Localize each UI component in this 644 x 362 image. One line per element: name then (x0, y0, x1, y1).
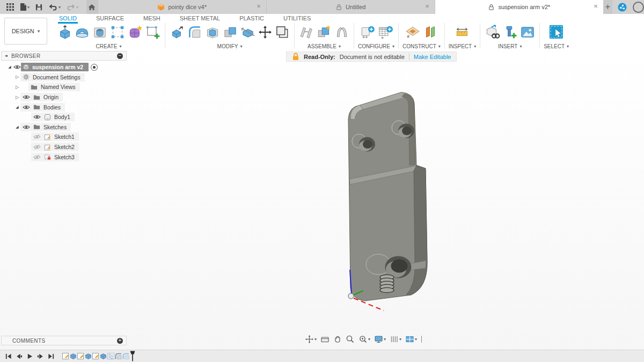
pan-button[interactable] (332, 335, 343, 344)
comments-panel-header[interactable]: COMMENTS + (1, 336, 127, 345)
timeline-marker[interactable] (130, 351, 135, 361)
eye-off-icon[interactable] (33, 154, 41, 160)
coil-feature (380, 275, 394, 292)
make-editable-link[interactable]: Make Editable (414, 54, 451, 60)
step-forward-icon[interactable] (37, 353, 44, 360)
add-comment-icon[interactable]: + (117, 338, 123, 344)
document-tab-untitled[interactable]: Untitled × (266, 0, 435, 14)
eye-icon[interactable] (22, 105, 30, 110)
new-tab-button[interactable]: + (603, 0, 612, 14)
rectangular-pattern-icon[interactable] (109, 24, 126, 40)
timeline-coil-icon[interactable] (107, 352, 114, 360)
eye-icon[interactable] (33, 114, 41, 120)
new-component-icon[interactable] (316, 24, 332, 40)
tree-row-sketch3[interactable]: Sketch3 (1, 152, 127, 162)
timeline-extrude-icon[interactable] (100, 352, 107, 360)
expand-open-icon[interactable]: ◢ (6, 65, 13, 69)
tree-row-document-settings[interactable]: ▷ Document Settings (1, 72, 127, 83)
insert-fastener-icon[interactable] (502, 24, 518, 40)
document-tab-pointy-dice[interactable]: pointy dice v4* × (98, 0, 266, 14)
derive-icon[interactable] (484, 24, 500, 40)
tree-item-label: Named Views (41, 84, 76, 90)
go-to-end-icon[interactable] (48, 353, 55, 360)
as-built-joint-icon[interactable] (334, 24, 350, 40)
hole-icon[interactable] (92, 24, 108, 40)
measure-icon[interactable] (454, 24, 470, 40)
align-icon[interactable] (274, 24, 290, 40)
viewports-button[interactable]: ▾ (404, 335, 418, 344)
selected-component[interactable]: suspension arm v2 (21, 63, 89, 71)
home-button[interactable] (86, 0, 98, 14)
timeline-sketch-icon[interactable] (77, 352, 84, 360)
timeline-extrude-icon[interactable] (70, 352, 77, 360)
go-to-start-icon[interactable] (5, 353, 12, 360)
user-avatar[interactable] (633, 2, 644, 13)
tree-row-named-views[interactable]: ▷ Named Views (1, 82, 127, 92)
expand-closed-icon[interactable]: ▷ (14, 85, 20, 90)
eye-icon[interactable] (22, 124, 30, 130)
shell-icon[interactable] (204, 24, 221, 40)
timeline-sketch-icon[interactable] (92, 352, 99, 360)
tree-row-bodies[interactable]: ◢ Bodies (1, 102, 127, 112)
insert-image-icon[interactable] (519, 24, 536, 40)
save-button[interactable] (32, 0, 46, 14)
collapse-panel-icon[interactable]: ◂◂ (5, 54, 6, 58)
move-copy-icon[interactable] (258, 25, 273, 40)
expand-closed-icon[interactable]: ▷ (14, 75, 20, 79)
expand-open-icon[interactable]: ◢ (14, 105, 20, 109)
eye-icon[interactable] (13, 64, 21, 70)
activate-component-radio[interactable] (91, 64, 98, 71)
timeline-extrude-icon[interactable] (85, 352, 92, 360)
play-icon[interactable] (26, 353, 33, 360)
document-tab-suspension-arm[interactable]: suspension arm v2* × (435, 0, 603, 14)
tree-row-sketches[interactable]: ◢ Sketches (1, 122, 127, 132)
fusion-jobs-button[interactable] (618, 3, 627, 12)
eye-off-icon[interactable] (33, 144, 41, 150)
workspace-switcher[interactable]: DESIGN ▾ (4, 18, 47, 45)
extrude-icon[interactable] (56, 24, 72, 40)
timeline-fillet-icon[interactable] (115, 352, 122, 360)
browser-panel-header[interactable]: ◂◂ BROWSER − (1, 51, 127, 61)
tree-row-component-root[interactable]: ◢ suspension arm v2 (1, 62, 127, 72)
redo-button[interactable]: ▾ (63, 0, 81, 14)
tree-row-origin[interactable]: ▷ Origin (1, 92, 127, 102)
tree-row-sketch2[interactable]: Sketch2 (1, 142, 127, 152)
fillet-icon[interactable] (187, 24, 203, 40)
app-grid-button[interactable] (4, 0, 17, 14)
offset-plane-icon[interactable] (422, 24, 438, 40)
file-menu-button[interactable]: ▾ (17, 0, 32, 14)
tree-row-sketch1[interactable]: Sketch1 (1, 132, 127, 142)
eye-off-icon[interactable] (33, 134, 41, 139)
orbit-button[interactable]: ▾ (304, 335, 318, 344)
tree-row-body1[interactable]: Body1 (1, 112, 127, 122)
close-tab-icon[interactable]: × (425, 2, 429, 11)
fit-button[interactable]: ▾ (357, 335, 371, 344)
timeline-fillet-icon[interactable] (122, 352, 129, 360)
close-tab-icon[interactable]: × (257, 2, 261, 11)
timeline-sketch-icon[interactable] (62, 352, 69, 360)
press-pull-icon[interactable] (169, 24, 185, 40)
expand-closed-icon[interactable]: ▷ (14, 95, 20, 100)
joint-icon[interactable] (298, 24, 314, 40)
expand-open-icon[interactable]: ◢ (14, 125, 20, 129)
origin-point[interactable] (348, 293, 354, 299)
select-icon[interactable] (548, 24, 565, 41)
configuration-table-icon[interactable] (377, 24, 393, 40)
close-tab-icon[interactable]: × (594, 2, 598, 11)
combine-icon[interactable] (222, 24, 238, 40)
step-back-icon[interactable] (16, 353, 23, 360)
form-icon[interactable] (127, 24, 143, 40)
display-settings-button[interactable]: ▾ (373, 335, 387, 344)
undo-button[interactable]: ▾ (46, 0, 63, 14)
zoom-button[interactable] (345, 335, 356, 344)
remove-panel-icon[interactable]: − (117, 53, 123, 59)
create-sketch-icon[interactable] (145, 24, 161, 40)
construction-plane-icon[interactable] (405, 24, 421, 40)
eye-icon[interactable] (22, 94, 30, 100)
look-at-button[interactable] (319, 335, 331, 344)
split-body-icon[interactable] (240, 24, 256, 40)
revolve-icon[interactable] (74, 24, 90, 40)
configuration-icon[interactable] (360, 24, 376, 40)
grid-snaps-button[interactable]: ▾ (389, 335, 402, 344)
viewport-canvas[interactable]: Read-Only: Document is not editable Make… (0, 48, 644, 350)
